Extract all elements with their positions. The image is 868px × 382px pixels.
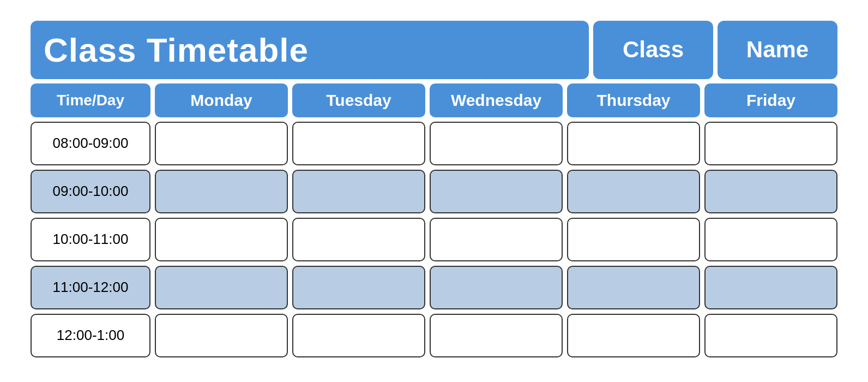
slot-friday-3[interactable]: [704, 266, 837, 309]
slot-monday-2[interactable]: [155, 218, 288, 261]
name-header-label: Name: [746, 37, 809, 63]
slot-friday-1[interactable]: [704, 170, 837, 213]
slot-thursday-4[interactable]: [567, 314, 700, 357]
header-top-row: Class Timetable Class Name: [31, 21, 837, 79]
time-label-1: 09:00-10:00: [31, 170, 150, 213]
wednesday-header: Wednesday: [430, 83, 563, 117]
tuesday-header: Tuesday: [292, 83, 425, 117]
time-value-4: 12:00-1:00: [57, 327, 124, 344]
slot-tuesday-3[interactable]: [292, 266, 425, 309]
tuesday-label: Tuesday: [326, 91, 391, 110]
time-value-2: 10:00-11:00: [53, 231, 129, 248]
slot-tuesday-1[interactable]: [292, 170, 425, 213]
slot-thursday-1[interactable]: [567, 170, 700, 213]
name-header-cell: Name: [718, 21, 837, 79]
monday-label: Monday: [190, 91, 252, 110]
slot-wednesday-0[interactable]: [430, 122, 563, 165]
class-header-label: Class: [623, 37, 684, 63]
time-row: 09:00-10:00: [31, 170, 837, 213]
slot-wednesday-1[interactable]: [430, 170, 563, 213]
thursday-label: Thursday: [596, 91, 670, 110]
slot-thursday-3[interactable]: [567, 266, 700, 309]
monday-header: Monday: [155, 83, 288, 117]
time-day-label: Time/Day: [57, 92, 124, 109]
timetable-title: Class Timetable: [44, 31, 309, 69]
slot-tuesday-2[interactable]: [292, 218, 425, 261]
time-label-0: 08:00-09:00: [31, 122, 150, 165]
time-value-0: 08:00-09:00: [53, 135, 129, 152]
slot-monday-4[interactable]: [155, 314, 288, 357]
slot-wednesday-3[interactable]: [430, 266, 563, 309]
slot-tuesday-0[interactable]: [292, 122, 425, 165]
slot-friday-0[interactable]: [704, 122, 837, 165]
slot-thursday-0[interactable]: [567, 122, 700, 165]
slot-friday-4[interactable]: [704, 314, 837, 357]
class-header-cell: Class: [593, 21, 713, 79]
slot-tuesday-4[interactable]: [292, 314, 425, 357]
slot-wednesday-2[interactable]: [430, 218, 563, 261]
wednesday-label: Wednesday: [451, 91, 541, 110]
slot-monday-0[interactable]: [155, 122, 288, 165]
thursday-header: Thursday: [567, 83, 700, 117]
slot-monday-1[interactable]: [155, 170, 288, 213]
slot-monday-3[interactable]: [155, 266, 288, 309]
time-row: 08:00-09:00: [31, 122, 837, 165]
title-cell: Class Timetable: [31, 21, 589, 79]
time-label-4: 12:00-1:00: [31, 314, 150, 357]
timetable-container: Class Timetable Class Name Time/Day Mond…: [20, 10, 848, 373]
time-row: 10:00-11:00: [31, 218, 837, 261]
friday-header: Friday: [704, 83, 837, 117]
rows-container: 08:00-09:0009:00-10:0010:00-11:0011:00-1…: [31, 122, 837, 357]
time-label-2: 10:00-11:00: [31, 218, 150, 261]
slot-wednesday-4[interactable]: [430, 314, 563, 357]
friday-label: Friday: [746, 91, 795, 110]
slot-friday-2[interactable]: [704, 218, 837, 261]
time-label-3: 11:00-12:00: [31, 266, 150, 309]
slot-thursday-2[interactable]: [567, 218, 700, 261]
time-value-3: 11:00-12:00: [53, 279, 129, 296]
day-headers-row: Time/Day Monday Tuesday Wednesday Thursd…: [31, 83, 837, 117]
time-value-1: 09:00-10:00: [53, 183, 129, 200]
time-row: 11:00-12:00: [31, 266, 837, 309]
time-day-header: Time/Day: [31, 83, 150, 117]
time-row: 12:00-1:00: [31, 314, 837, 357]
